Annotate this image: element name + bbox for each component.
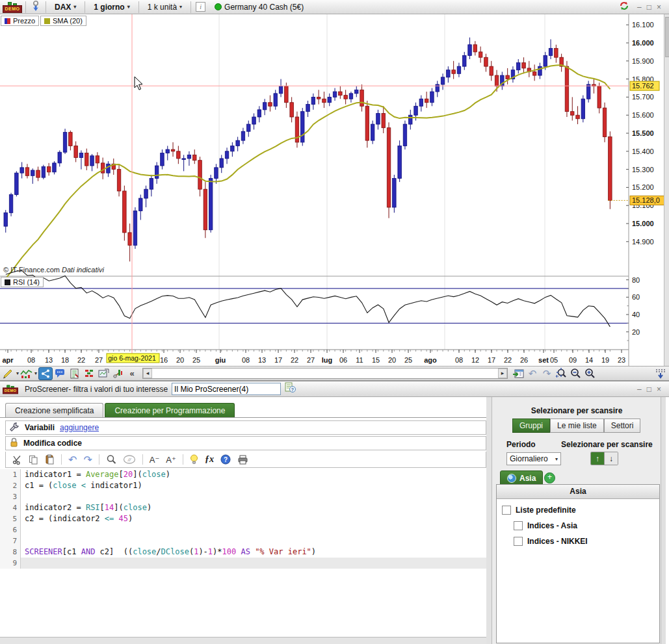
report-icon[interactable] — [68, 368, 81, 380]
list-checkbox-row[interactable]: Indices - NIKKEI — [514, 537, 659, 546]
mouse-cursor — [135, 77, 142, 90]
units-dropdown[interactable]: 1 k unità▾ — [144, 2, 186, 12]
list-checkbox-row[interactable]: Liste predefinite — [502, 506, 659, 515]
collapse-toolbar-icon[interactable]: « — [125, 368, 138, 380]
gruppi-button[interactable]: Gruppi — [512, 419, 550, 433]
candle-body — [436, 84, 439, 92]
panel-scrollbar[interactable] — [661, 397, 666, 644]
rsi-legend-label: RSI (14) — [13, 278, 40, 286]
chart-hscrollbar[interactable]: ◂ ▸ — [142, 368, 508, 379]
symbol-dropdown[interactable]: DAX▾ — [51, 2, 80, 12]
screener-name-input[interactable] — [172, 383, 281, 395]
code-line[interactable]: 3 — [0, 491, 486, 502]
candle-body — [468, 45, 472, 56]
comments-icon[interactable] — [54, 368, 67, 380]
zoom-out-icon[interactable] — [569, 368, 582, 380]
price-axis-scrollbar[interactable] — [664, 14, 669, 366]
maximize-button[interactable]: □ — [647, 3, 651, 12]
comment-toggle-icon[interactable]: // — [123, 455, 136, 465]
print-icon[interactable] — [237, 455, 248, 465]
code-editor[interactable]: 1indicator1 = Average[20](close)2c1 = (c… — [0, 469, 486, 637]
sort-desc-button[interactable]: ↓ — [605, 452, 618, 465]
chevron-down-icon[interactable]: ▾ — [34, 370, 37, 376]
scroll-left-icon[interactable]: ◂ — [143, 368, 152, 378]
orders-icon[interactable] — [83, 368, 96, 380]
font-increase-icon[interactable]: A⁺ — [166, 455, 176, 465]
code-line[interactable]: 8SCREENER[c1 AND c2] ((close/DClose(1)-1… — [0, 547, 486, 558]
copy-icon[interactable] — [29, 455, 38, 465]
close-button[interactable]: × — [657, 3, 661, 12]
insert-function-icon[interactable]: ƒx — [205, 454, 214, 465]
scroll-right-icon[interactable]: ▸ — [498, 368, 507, 378]
candle-body — [101, 163, 105, 173]
checkbox[interactable] — [502, 506, 511, 515]
panel-divider[interactable] — [486, 397, 492, 644]
undo-icon[interactable]: ↶ — [526, 368, 539, 380]
hint-bulb-icon[interactable] — [190, 454, 198, 465]
paste-icon[interactable] — [45, 454, 55, 465]
link-anchor-icon[interactable] — [31, 0, 41, 14]
draw-tool-icon[interactable] — [2, 368, 15, 380]
refresh-icon[interactable] — [619, 1, 629, 14]
redo-icon[interactable]: ↷ — [540, 368, 553, 380]
info-icon[interactable]: i — [196, 2, 205, 12]
checkbox[interactable] — [514, 521, 523, 530]
zoom-fit-icon[interactable] — [555, 368, 568, 380]
date-axis-label: 15 — [372, 356, 380, 364]
candle-body — [532, 71, 536, 75]
copyright-note: © IT-Finance.com Dati indicativi — [3, 266, 104, 274]
code-line[interactable]: 7 — [0, 535, 486, 547]
undo-icon[interactable]: ↶ — [68, 454, 77, 466]
code-line[interactable]: 2c1 = (close < indicator1) — [0, 480, 486, 491]
chevron-down-icon[interactable]: ▾ — [16, 370, 19, 376]
code-line[interactable]: 5c2 = (indicator2 <= 45) — [0, 513, 486, 524]
add-variable-link[interactable]: aggiungere — [60, 423, 99, 432]
snapshot-icon[interactable] — [97, 368, 110, 380]
tab-creazione-programmazione[interactable]: Creazione per Programmazione — [105, 403, 235, 418]
sma-legend-chip[interactable]: SMA (20) — [40, 16, 86, 26]
minimize-button[interactable]: ‒ — [637, 385, 642, 394]
cut-icon[interactable] — [12, 455, 22, 465]
variables-bar: Variabili aggiungere — [5, 420, 486, 435]
list-tab-asia[interactable]: Asia — [500, 470, 543, 485]
candle-body — [15, 173, 19, 194]
crosshair-date-tag: gio 6-mag-2021 — [108, 354, 156, 362]
code-header-label: Modifica codice — [23, 439, 82, 448]
close-button[interactable]: × — [657, 385, 661, 394]
code-line[interactable]: 4indicator2 = RSI[14](close) — [0, 502, 486, 513]
tab-creazione-semplificata[interactable]: Creazione semplificata — [5, 403, 103, 418]
zoom-in-icon[interactable] — [583, 368, 596, 380]
code-line[interactable]: 9 — [0, 558, 486, 569]
maximize-button[interactable]: □ — [647, 385, 651, 394]
search-icon[interactable] — [106, 454, 116, 465]
le-mie-liste-button[interactable]: Le mie liste — [550, 419, 604, 433]
add-pane-icon[interactable] — [654, 368, 667, 380]
help-doc-icon[interactable]: ? — [285, 382, 296, 396]
candle-body — [457, 66, 461, 73]
share-icon[interactable] — [38, 367, 53, 380]
rsi-line — [6, 271, 610, 327]
candle-body — [269, 103, 272, 107]
code-line[interactable]: 6 — [0, 524, 486, 535]
wrench-icon — [10, 422, 20, 434]
goto-date-icon[interactable] — [512, 368, 525, 380]
minimize-button[interactable]: ‒ — [637, 3, 642, 12]
redo-icon[interactable]: ↷ — [83, 454, 92, 466]
settori-button[interactable]: Settori — [604, 419, 641, 433]
sort-asc-button[interactable]: ↑ — [591, 452, 605, 465]
candle-body — [150, 179, 153, 190]
svg-text:?: ? — [224, 456, 228, 463]
period-dropdown[interactable]: Giornaliero ▾ — [506, 452, 561, 465]
checkbox[interactable] — [514, 537, 523, 546]
list-checkbox-row[interactable]: Indices - Asia — [514, 521, 659, 530]
backtest-icon[interactable] — [111, 368, 124, 380]
price-legend-chip[interactable]: Prezzo — [1, 16, 39, 26]
price-chart-canvas[interactable]: 16.10016.00015.90015.80015.70015.60015.5… — [0, 14, 669, 366]
code-line[interactable]: 1indicator1 = Average[20](close) — [0, 469, 486, 480]
rsi-legend-chip[interactable]: RSI (14) — [1, 277, 44, 287]
indicator-tool-icon[interactable] — [20, 368, 33, 380]
timeframe-dropdown[interactable]: 1 giorno▾ — [90, 2, 133, 12]
add-list-button[interactable]: + — [544, 472, 555, 483]
font-decrease-icon[interactable]: A⁻ — [150, 455, 160, 465]
help-icon[interactable]: ? — [220, 454, 231, 465]
